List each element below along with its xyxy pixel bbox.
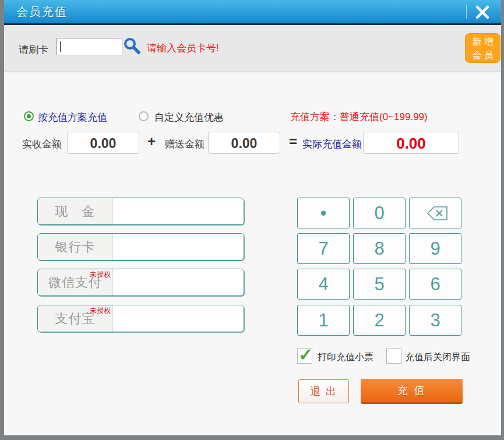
exit-button[interactable]: 退 出 [298, 379, 349, 403]
add-member-label-line2: 会 员 [466, 48, 500, 62]
gift-amount-input[interactable]: 0.00 [208, 132, 280, 154]
payment-wechat-label-area: 微信支付 未授权 [38, 269, 113, 295]
numpad-key-7[interactable]: 7 [297, 233, 350, 264]
numpad-key-dot[interactable]: • [297, 198, 350, 228]
dialog-title: 会员充值 [16, 0, 68, 23]
titlebar-separator [466, 5, 467, 19]
equals-sign: = [289, 133, 297, 150]
numpad-key-4[interactable]: 4 [297, 269, 350, 300]
card-number-input[interactable] [57, 38, 122, 55]
radio-custom-recharge[interactable] [139, 111, 149, 121]
payment-bankcard[interactable]: 银行卡 [37, 233, 244, 261]
received-amount-label: 实收金额 [22, 138, 62, 151]
add-member-button[interactable]: 新 增 会 员 [465, 33, 501, 63]
payment-cash-label: 现 金 [38, 198, 112, 224]
numpad-key-5[interactable]: 5 [353, 269, 406, 300]
member-recharge-dialog: 会员充值 请刷卡 请输入会员卡号! 新 增 会 员 [4, 0, 501, 435]
payment-alipay-input[interactable] [113, 305, 244, 332]
close-after-recharge-label[interactable]: 充值后关闭界面 [405, 351, 470, 364]
plus-sign: + [147, 133, 156, 150]
close-icon [475, 5, 490, 20]
payment-wechat[interactable]: 微信支付 未授权 [37, 269, 244, 296]
payment-bankcard-label: 银行卡 [38, 234, 112, 260]
backspace-icon [422, 205, 449, 222]
card-swipe-section: 请刷卡 请输入会员卡号! 新 增 会 员 [4, 25, 501, 72]
received-amount-input[interactable]: 0.00 [67, 132, 139, 154]
actual-amount-label: 实际充值金额 [302, 138, 362, 151]
gift-amount-label: 赠送金额 [165, 138, 205, 151]
recharge-scheme-info: 充值方案：普通充值(0~199.99) [290, 110, 428, 124]
radio-plan-recharge-label[interactable]: 按充值方案充值 [38, 111, 107, 124]
text-caret [60, 41, 61, 52]
add-member-label-line1: 新 增 [466, 35, 500, 48]
payment-wechat-input[interactable] [113, 269, 244, 295]
payment-alipay-label-area: 支付宝 未授权 [38, 305, 113, 332]
close-button[interactable] [473, 3, 492, 22]
swipe-card-label: 请刷卡 [19, 43, 48, 57]
numpad-key-2[interactable]: 2 [353, 305, 406, 336]
title-bar: 会员充值 [4, 0, 501, 25]
payment-cash[interactable]: 现 金 [37, 198, 244, 225]
numpad-key-backspace[interactable] [409, 198, 461, 228]
recharge-button[interactable]: 充 值 [361, 379, 463, 404]
payment-wechat-unauthorized-badge: 未授权 [90, 270, 111, 280]
card-hint-message: 请输入会员卡号! [147, 41, 219, 55]
numpad-key-6[interactable]: 6 [409, 269, 461, 300]
payment-alipay-unauthorized-badge: 未授权 [90, 306, 111, 316]
payment-bankcard-input[interactable] [113, 234, 244, 260]
radio-plan-recharge[interactable] [24, 111, 34, 121]
payment-bankcard-label-area: 银行卡 [38, 234, 113, 260]
close-after-recharge-checkbox[interactable]: ✓ [386, 349, 401, 364]
actual-amount-value: 0.00 [363, 132, 459, 154]
search-button[interactable] [123, 37, 142, 55]
radio-custom-recharge-label[interactable]: 自定义充值优惠 [154, 111, 224, 124]
screen-background: 会员充值 请刷卡 请输入会员卡号! 新 增 会 员 [0, 0, 504, 440]
print-receipt-label[interactable]: 打印充值小票 [318, 351, 373, 364]
check-icon: ✓ [298, 344, 313, 365]
payment-cash-input[interactable] [113, 198, 244, 224]
numpad-key-8[interactable]: 8 [353, 233, 406, 264]
numpad-key-9[interactable]: 9 [409, 233, 461, 264]
payment-alipay[interactable]: 支付宝 未授权 [37, 305, 244, 332]
payment-cash-label-area: 现 金 [38, 198, 113, 224]
search-icon [123, 37, 142, 55]
print-receipt-checkbox[interactable]: ✓ [297, 349, 312, 364]
numpad-key-3[interactable]: 3 [409, 305, 461, 336]
numpad-key-0[interactable]: 0 [353, 198, 406, 228]
numpad-key-1[interactable]: 1 [297, 305, 350, 336]
